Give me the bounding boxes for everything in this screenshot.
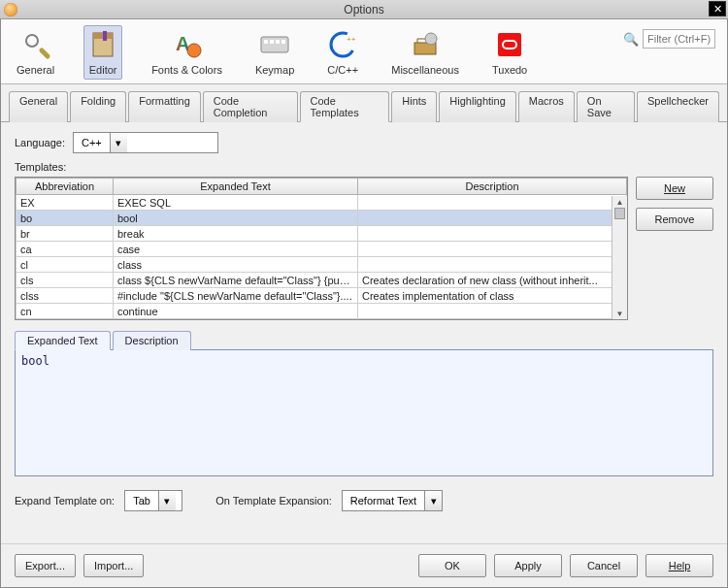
toolbar-label: Miscellaneous — [391, 64, 459, 76]
scroll-thumb[interactable] — [614, 208, 625, 219]
tab-macros[interactable]: Macros — [518, 91, 575, 122]
chevron-down-icon: ▾ — [158, 491, 176, 510]
ok-button[interactable]: OK — [418, 554, 486, 577]
svg-point-5 — [187, 44, 201, 57]
notebook-icon — [87, 29, 118, 60]
expand-on-combo[interactable]: Tab ▾ — [124, 490, 182, 511]
table-row[interactable]: clclass — [17, 257, 627, 273]
tab-formatting[interactable]: Formatting — [128, 91, 201, 122]
toolbar-label: Fonts & Colors — [151, 64, 222, 76]
c-cpp-icon: ++ — [327, 29, 358, 60]
toolbar-tuxedo[interactable]: Tuxedo — [488, 25, 531, 80]
window-title: Options — [0, 3, 728, 16]
export-button[interactable]: Export... — [15, 554, 76, 577]
apply-button[interactable]: Apply — [494, 554, 562, 577]
chevron-down-icon: ▾ — [424, 491, 442, 510]
tab-general[interactable]: General — [9, 91, 68, 122]
toolbar-label: Tuxedo — [492, 64, 527, 76]
scroll-down-icon[interactable]: ▼ — [614, 308, 625, 319]
title-bar: Options ✕ — [0, 0, 728, 19]
cancel-button[interactable]: Cancel — [570, 554, 638, 577]
svg-rect-7 — [264, 40, 268, 44]
tab-spellchecker[interactable]: Spellchecker — [637, 91, 719, 122]
template-editor[interactable]: bool — [15, 350, 713, 476]
tab-code-completion[interactable]: Code Completion — [203, 91, 298, 122]
on-expansion-label: On Template Expansion: — [215, 495, 332, 506]
table-row[interactable]: clsclass ${CLS newVarName default="Class… — [17, 273, 627, 288]
templates-label: Templates: — [15, 161, 713, 173]
language-combo[interactable]: C++ ▾ — [73, 132, 218, 153]
table-row[interactable]: bobool — [17, 211, 627, 226]
language-value: C++ — [74, 137, 110, 148]
subtab-expanded-text[interactable]: Expanded Text — [15, 331, 111, 350]
table-row[interactable]: cncontinue — [17, 304, 627, 319]
scroll-up-icon[interactable]: ▲ — [614, 196, 625, 208]
toolbar-miscellaneous[interactable]: Miscellaneous — [387, 25, 463, 80]
table-row[interactable]: EXEXEC SQL — [17, 195, 627, 211]
fonts-colors-icon: A — [172, 29, 203, 60]
tab-code-templates[interactable]: Code Templates — [300, 91, 390, 122]
svg-rect-8 — [270, 40, 274, 44]
table-row[interactable]: cacase — [17, 242, 627, 257]
on-expansion-combo[interactable]: Reformat Text ▾ — [342, 490, 443, 511]
new-button[interactable]: New — [636, 177, 713, 200]
toolbar-editor[interactable]: Editor — [83, 25, 122, 80]
keyboard-icon — [259, 29, 290, 60]
filter-input[interactable] — [643, 29, 715, 49]
toolbox-icon — [410, 29, 441, 60]
import-button[interactable]: Import... — [83, 554, 144, 577]
table-scrollbar[interactable]: ▲ ▼ — [612, 196, 627, 319]
svg-rect-14 — [498, 33, 521, 56]
svg-point-13 — [425, 33, 437, 45]
table-row[interactable]: brbreak — [17, 226, 627, 242]
help-button[interactable]: Help — [645, 554, 713, 577]
svg-rect-10 — [281, 40, 285, 44]
toolbar-label: Editor — [89, 64, 117, 76]
tab-folding[interactable]: Folding — [70, 91, 126, 122]
close-button[interactable]: ✕ — [709, 1, 726, 16]
language-label: Language: — [15, 137, 65, 148]
remove-button[interactable]: Remove — [636, 208, 713, 231]
toolbar-label: Keymap — [255, 64, 294, 76]
search-icon: 🔍 — [623, 32, 639, 47]
tab-hints[interactable]: Hints — [391, 91, 437, 122]
category-toolbar: General Editor A Fonts & Colors Keymap +… — [1, 19, 727, 84]
svg-text:++: ++ — [347, 35, 356, 44]
toolbar-general[interactable]: General — [13, 25, 58, 80]
svg-rect-3 — [103, 31, 107, 41]
toolbar-label: C/C++ — [327, 64, 358, 76]
templates-table[interactable]: Abbreviation Expanded Text Description E… — [15, 177, 628, 320]
toolbar-fonts-colors[interactable]: A Fonts & Colors — [148, 25, 226, 80]
oracle-icon — [494, 29, 525, 60]
editor-subtabs: General Folding Formatting Code Completi… — [1, 84, 727, 122]
chevron-down-icon: ▾ — [110, 133, 127, 152]
col-abbreviation[interactable]: Abbreviation — [17, 179, 114, 195]
tab-on-save[interactable]: On Save — [577, 91, 635, 122]
svg-rect-6 — [261, 37, 288, 52]
expand-on-label: Expand Template on: — [15, 495, 115, 506]
svg-point-0 — [26, 35, 38, 47]
col-description[interactable]: Description — [358, 179, 627, 195]
gear-wrench-icon — [20, 29, 51, 60]
toolbar-c-cpp[interactable]: ++ C/C++ — [323, 25, 362, 80]
table-row[interactable]: clss#include "${CLS newVarName default="… — [17, 288, 627, 304]
tab-highlighting[interactable]: Highlighting — [439, 91, 515, 122]
toolbar-keymap[interactable]: Keymap — [251, 25, 298, 80]
svg-rect-9 — [276, 40, 280, 44]
toolbar-label: General — [17, 64, 54, 76]
subtab-description[interactable]: Description — [113, 331, 191, 350]
col-expanded[interactable]: Expanded Text — [114, 179, 358, 195]
